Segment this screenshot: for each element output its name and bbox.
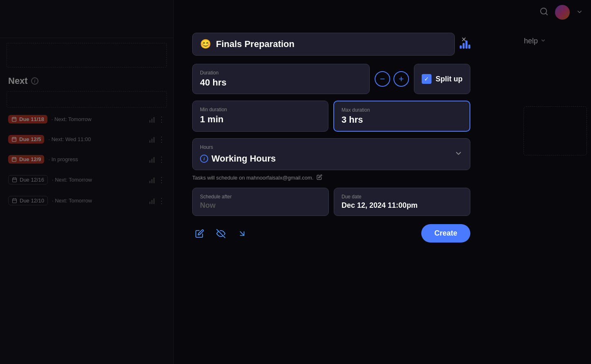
schedule-row: Schedule after Now Due date Dec 12, 2024… — [192, 188, 470, 216]
decrement-button[interactable] — [375, 71, 390, 87]
max-duration-box[interactable]: Max duration 3 hrs — [333, 101, 470, 132]
max-duration-value: 3 hrs — [342, 115, 462, 125]
title-input[interactable]: 😊 Finals Preparation — [192, 33, 455, 56]
edit-pencil-icon[interactable] — [317, 174, 322, 181]
hours-info-icon: i — [200, 155, 208, 163]
emoji-icon: 😊 — [200, 39, 211, 49]
action-icons — [192, 226, 249, 241]
duration-controls — [375, 64, 409, 94]
title-text: Finals Preparation — [216, 39, 447, 49]
due-date-value: Dec 12, 2024 11:00pm — [342, 201, 463, 210]
hide-icon-button[interactable] — [213, 226, 228, 241]
schedule-after-box[interactable]: Schedule after Now — [192, 188, 329, 216]
schedule-after-label: Schedule after — [200, 194, 321, 200]
svg-line-26 — [240, 231, 244, 235]
action-row: Create — [192, 224, 470, 243]
close-button[interactable]: × — [457, 33, 470, 46]
min-duration-label: Min duration — [200, 107, 321, 112]
hours-box[interactable]: Hours i Working Hours — [192, 138, 470, 170]
split-up-box[interactable]: ✓ Split up — [414, 64, 470, 94]
split-up-checkbox[interactable]: ✓ — [422, 74, 431, 84]
increment-button[interactable] — [393, 71, 409, 87]
schedule-info-text: Tasks will schedule on mahnoorfaisalx@gm… — [192, 175, 313, 181]
duration-label: Duration — [200, 70, 362, 76]
schedule-after-value: Now — [200, 201, 321, 210]
hours-value: Working Hours — [211, 153, 276, 164]
schedule-info: Tasks will schedule on mahnoorfaisalx@gm… — [192, 174, 470, 181]
title-row: 😊 Finals Preparation — [192, 33, 470, 56]
hours-value-row: i Working Hours — [200, 153, 276, 164]
min-duration-box[interactable]: Min duration 1 min — [192, 101, 328, 132]
max-duration-label: Max duration — [342, 107, 462, 113]
split-up-label: Split up — [436, 75, 463, 83]
hours-chevron-icon[interactable] — [454, 149, 463, 160]
duration-value: 40 hrs — [200, 77, 362, 88]
min-duration-value: 1 min — [200, 114, 321, 125]
minmax-row: Min duration 1 min Max duration 3 hrs — [192, 101, 470, 132]
create-button[interactable]: Create — [421, 224, 470, 243]
duration-row: Duration 40 hrs ✓ Split up — [192, 64, 470, 94]
edit-icon-button[interactable] — [192, 226, 207, 241]
modal-panel: × 😊 Finals Preparation Duration 40 hrs — [184, 25, 479, 251]
arrow-icon-button[interactable] — [235, 226, 249, 241]
hours-left: Hours i Working Hours — [200, 144, 276, 164]
duration-box: Duration 40 hrs — [192, 64, 370, 94]
due-date-box[interactable]: Due date Dec 12, 2024 11:00pm — [334, 188, 470, 216]
due-date-label: Due date — [342, 194, 463, 200]
hours-label: Hours — [200, 144, 276, 150]
